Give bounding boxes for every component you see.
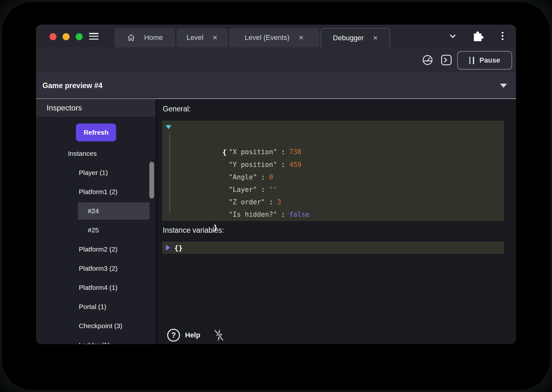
general-section-label: General: bbox=[163, 105, 191, 113]
tab-level-events[interactable]: Level (Events) ✕ bbox=[229, 28, 319, 47]
variables-value: {} bbox=[174, 244, 183, 252]
instances-tree: Instances Player (1) Platform1 (2) #24 #… bbox=[36, 144, 155, 344]
close-tab-icon[interactable]: ✕ bbox=[373, 35, 378, 41]
tab-level[interactable]: Level ✕ bbox=[176, 28, 228, 47]
screenshot-stage: Home Level ✕ Level (Events) ✕ Debugger ✕ bbox=[0, 0, 552, 392]
tab-strip: Home Level ✕ Level (Events) ✕ Debugger ✕ bbox=[115, 28, 390, 47]
pause-button[interactable]: Pause bbox=[457, 51, 512, 70]
inspectors-title: Inspectors bbox=[47, 103, 82, 112]
tab-label: Level (Events) bbox=[245, 34, 290, 42]
console-icon[interactable] bbox=[441, 54, 452, 67]
game-preview-selector[interactable]: Game preview #4 bbox=[36, 73, 516, 99]
pause-icon bbox=[469, 57, 474, 64]
main-menu-icon[interactable] bbox=[89, 33, 99, 40]
inspectors-header: Inspectors bbox=[36, 99, 155, 117]
extensions-puzzle-icon[interactable] bbox=[472, 25, 483, 47]
debugger-content: Inspectors Refresh Instances Player (1) … bbox=[36, 99, 516, 344]
flash-off-icon[interactable] bbox=[213, 328, 225, 342]
kebab-menu-icon[interactable] bbox=[502, 25, 504, 47]
json-close-row: } bbox=[162, 208, 504, 221]
title-bar: Home Level ✕ Level (Events) ✕ Debugger ✕ bbox=[36, 25, 516, 47]
tab-home[interactable]: Home bbox=[115, 28, 175, 47]
footer-actions: ? Help bbox=[167, 328, 225, 342]
tree-item-player[interactable]: Player (1) bbox=[36, 163, 155, 182]
debugger-toolbar: Pause bbox=[36, 47, 516, 73]
tree-item-ladder[interactable]: Ladder (1) bbox=[36, 335, 155, 344]
pause-button-label: Pause bbox=[480, 56, 500, 64]
tree-item-portal[interactable]: Portal (1) bbox=[36, 297, 155, 316]
property-row-layer: "Layer" : "" bbox=[162, 171, 504, 184]
zoom-window-button[interactable] bbox=[76, 33, 83, 40]
help-label: Help bbox=[185, 331, 200, 339]
chevron-down-icon[interactable] bbox=[448, 25, 458, 47]
tab-label: Level bbox=[187, 34, 204, 42]
tree-root-instances[interactable]: Instances bbox=[36, 144, 155, 163]
property-row-is-hidden: "Is hidden?" : false bbox=[162, 196, 504, 208]
general-properties-json: { "X position" : 738 "Y position" : 459 … bbox=[162, 121, 504, 221]
inspector-panel: General: { "X position" : 738 "Y positio… bbox=[155, 99, 516, 344]
refresh-button[interactable]: Refresh bbox=[76, 124, 116, 141]
home-icon bbox=[127, 34, 135, 42]
tree-item-platform3[interactable]: Platform3 (2) bbox=[36, 259, 155, 278]
traffic-lights bbox=[49, 33, 83, 40]
close-window-button[interactable] bbox=[49, 33, 56, 40]
profiler-speedometer-icon[interactable] bbox=[422, 54, 433, 67]
question-glyph: ? bbox=[171, 331, 176, 340]
property-row-z-order: "Z order" : 3 bbox=[162, 184, 504, 196]
property-row-x-position: "X position" : 738 bbox=[162, 133, 504, 146]
tree-item-instance-25[interactable]: #25 bbox=[36, 221, 155, 240]
help-question-icon[interactable]: ? bbox=[167, 329, 180, 342]
instance-variables-json: {} bbox=[162, 242, 504, 254]
tab-label: Home bbox=[144, 34, 163, 42]
expand-expander-icon[interactable] bbox=[166, 245, 170, 251]
property-row-angle: "Angle" : 0 bbox=[162, 159, 504, 171]
json-open-row: { bbox=[162, 121, 504, 133]
game-preview-title: Game preview #4 bbox=[42, 73, 102, 98]
gdevelop-window: Home Level ✕ Level (Events) ✕ Debugger ✕ bbox=[36, 25, 516, 344]
tree-item-instance-24-selected[interactable]: #24 bbox=[36, 201, 155, 221]
inspectors-sidebar: Inspectors Refresh Instances Player (1) … bbox=[36, 99, 155, 344]
instance-variables-label: Instance variables: bbox=[163, 226, 224, 235]
sidebar-scrollbar-thumb[interactable] bbox=[149, 162, 154, 199]
tree-item-platform2[interactable]: Platform2 (2) bbox=[36, 240, 155, 259]
tree-item-platform4[interactable]: Platform4 (1) bbox=[36, 278, 155, 297]
tab-debugger[interactable]: Debugger ✕ bbox=[321, 28, 390, 47]
collapse-expander-icon[interactable] bbox=[166, 125, 171, 129]
close-tab-icon[interactable]: ✕ bbox=[298, 34, 304, 41]
tree-item-platform1[interactable]: Platform1 (2) bbox=[36, 182, 155, 201]
property-row-y-position: "Y position" : 459 bbox=[162, 146, 504, 158]
tab-label: Debugger bbox=[333, 34, 364, 42]
preview-dropdown-caret-icon[interactable] bbox=[500, 84, 507, 88]
minimize-window-button[interactable] bbox=[63, 33, 70, 40]
tree-item-checkpoint[interactable]: Checkpoint (3) bbox=[36, 316, 155, 335]
close-tab-icon[interactable]: ✕ bbox=[212, 34, 218, 41]
